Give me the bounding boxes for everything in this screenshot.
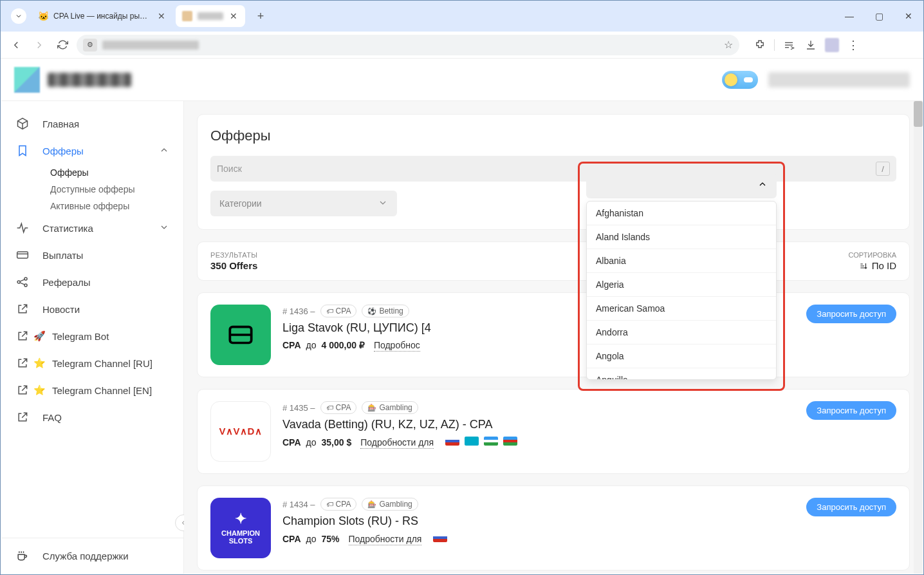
offer-logo[interactable] <box>210 305 271 365</box>
site-header <box>1 59 923 101</box>
browser-tab-inactive[interactable]: 🐱 CPA Live — инсайды рынка ✕ <box>32 5 173 27</box>
country-option[interactable]: Aland Islands <box>587 225 776 249</box>
results-label: РЕЗУЛЬТАТЫ <box>210 251 257 259</box>
offer-card: V∧V∧D∧ # 1435 – 🏷CPA🎰Gambling Vavada (Be… <box>197 389 910 474</box>
country-option[interactable]: Angola <box>587 344 776 368</box>
country-option[interactable]: Andorra <box>587 321 776 344</box>
tab-close-button[interactable]: ✕ <box>228 11 239 21</box>
bookmark-star-icon[interactable]: ☆ <box>724 39 733 51</box>
flag-az-icon <box>503 437 517 446</box>
flag-uz-icon <box>484 437 498 446</box>
browser-tab-active[interactable]: ✕ <box>176 5 245 27</box>
sidebar-item-faq[interactable]: FAQ <box>1 404 183 431</box>
sidebar-label: Служба поддержки <box>42 551 129 561</box>
offer-pay-upto: до <box>306 340 317 350</box>
sidebar-label: Рефералы <box>42 277 91 288</box>
sidebar-item-offers[interactable]: Офферы <box>1 137 183 164</box>
sidebar-item-home[interactable]: Главная <box>1 110 183 137</box>
coffee-icon <box>15 549 30 563</box>
window-close-button[interactable]: ✕ <box>894 1 923 32</box>
offer-pay-upto: до <box>306 534 317 544</box>
extensions-icon[interactable] <box>752 37 768 53</box>
scrollbar-thumb[interactable] <box>914 101 923 127</box>
offer-tag[interactable]: 🎰Gambling <box>362 401 418 414</box>
chevron-down-icon <box>378 198 388 210</box>
sidebar-item-tg-en[interactable]: ⭐ Telegram Channel [EN] <box>1 377 183 404</box>
sidebar-sub-available[interactable]: Доступные офферы <box>1 181 183 198</box>
offer-pay-upto: до <box>306 437 317 448</box>
theme-toggle[interactable] <box>722 71 758 89</box>
offer-pay-label: CPA <box>282 534 301 544</box>
sidebar-sub-active[interactable]: Активные офферы <box>1 198 183 214</box>
tab-search-button[interactable] <box>11 8 26 24</box>
results-count: 350 Offers <box>210 260 257 271</box>
scrollbar-track[interactable] <box>914 101 923 574</box>
country-option[interactable]: American Samoa <box>587 297 776 321</box>
nav-forward-button[interactable] <box>30 36 48 54</box>
sidebar-label: Telegram Channel [RU] <box>52 358 152 369</box>
offer-tag[interactable]: 🎰Gambling <box>362 498 418 511</box>
playlist-icon[interactable] <box>781 37 797 53</box>
browser-menu-icon[interactable]: ⋮ <box>845 37 861 53</box>
country-select[interactable] <box>586 173 777 198</box>
sidebar-support[interactable]: Служба поддержки <box>1 538 183 574</box>
categories-select[interactable]: Категории <box>210 191 397 216</box>
sidebar-item-news[interactable]: Новости <box>1 296 183 323</box>
search-input[interactable]: Поиск / <box>210 156 896 182</box>
offer-title[interactable]: Champion Slots (RU) - RS <box>282 514 795 528</box>
country-option[interactable]: Anguilla <box>587 368 776 380</box>
sidebar-item-tg-bot[interactable]: 🚀 Telegram Bot <box>1 323 183 350</box>
request-access-button[interactable]: Запросить доступ <box>806 401 896 420</box>
chevron-up-icon <box>159 145 169 157</box>
nav-back-button[interactable] <box>7 36 25 54</box>
country-option[interactable]: Albania <box>587 249 776 273</box>
offer-id: # 1435 – <box>282 403 315 413</box>
request-access-button[interactable]: Запросить доступ <box>806 498 896 516</box>
sidebar-item-tg-ru[interactable]: ⭐ Telegram Channel [RU] <box>1 350 183 377</box>
downloads-icon[interactable] <box>803 37 818 53</box>
offer-tag[interactable]: 🏷CPA <box>320 498 357 511</box>
browser-navbar: ⚙ ☆ ⋮ <box>1 32 923 59</box>
offer-title[interactable]: Vavada (Betting) (RU, KZ, UZ, AZ) - CPA <box>282 418 795 431</box>
offer-logo[interactable]: V∧V∧D∧ <box>210 401 271 462</box>
sidebar-item-payouts[interactable]: Выплаты <box>1 241 183 269</box>
tab-close-button[interactable]: ✕ <box>156 11 167 21</box>
sort-select[interactable]: По ID <box>849 260 896 271</box>
offer-details-link[interactable]: Подробнос <box>374 340 420 352</box>
external-link-icon <box>15 356 30 370</box>
site-logo[interactable] <box>14 67 131 93</box>
window-maximize-button[interactable]: ▢ <box>864 1 894 32</box>
offer-id: # 1434 – <box>282 500 315 509</box>
sidebar-label: Новости <box>42 304 80 315</box>
window-minimize-button[interactable]: — <box>835 1 864 32</box>
divider <box>774 39 775 51</box>
sidebar-label: Telegram Channel [EN] <box>52 385 152 396</box>
country-option[interactable]: Algeria <box>587 273 776 297</box>
site-settings-icon[interactable]: ⚙ <box>83 39 97 52</box>
offer-details-link[interactable]: Подробности для <box>349 534 422 545</box>
flag-kz-icon <box>465 437 479 446</box>
select-placeholder: Категории <box>219 198 262 209</box>
sidebar-item-stats[interactable]: Статистика <box>1 214 183 241</box>
sidebar-sub-offers[interactable]: Офферы <box>1 164 183 181</box>
sidebar-item-referrals[interactable]: Рефералы <box>1 269 183 296</box>
search-placeholder: Поиск <box>217 164 242 174</box>
new-tab-button[interactable]: + <box>252 7 270 25</box>
profile-avatar[interactable] <box>825 38 839 52</box>
sidebar-label: Статистика <box>42 223 93 234</box>
sidebar-label: Главная <box>42 118 79 129</box>
url-bar[interactable]: ⚙ ☆ <box>77 35 739 55</box>
cube-icon <box>15 117 30 131</box>
offer-details-link[interactable]: Подробности для <box>360 437 434 449</box>
request-access-button[interactable]: Запросить доступ <box>806 305 896 323</box>
tab-favicon-icon <box>182 11 192 21</box>
offer-tag[interactable]: 🏷CPA <box>320 305 357 317</box>
tab-title-blurred <box>198 12 223 20</box>
offer-logo[interactable]: ✦CHAMPIONSLOTS <box>210 498 271 558</box>
browser-titlebar: 🐱 CPA Live — инсайды рынка ✕ ✕ + — ▢ ✕ <box>1 1 923 32</box>
offer-pay-amount: 75% <box>322 534 340 544</box>
offer-tag[interactable]: 🏷CPA <box>320 401 357 414</box>
offer-tag[interactable]: ⚽Betting <box>362 305 409 317</box>
nav-reload-button[interactable] <box>53 36 71 54</box>
country-option[interactable]: Afghanistan <box>587 202 776 225</box>
